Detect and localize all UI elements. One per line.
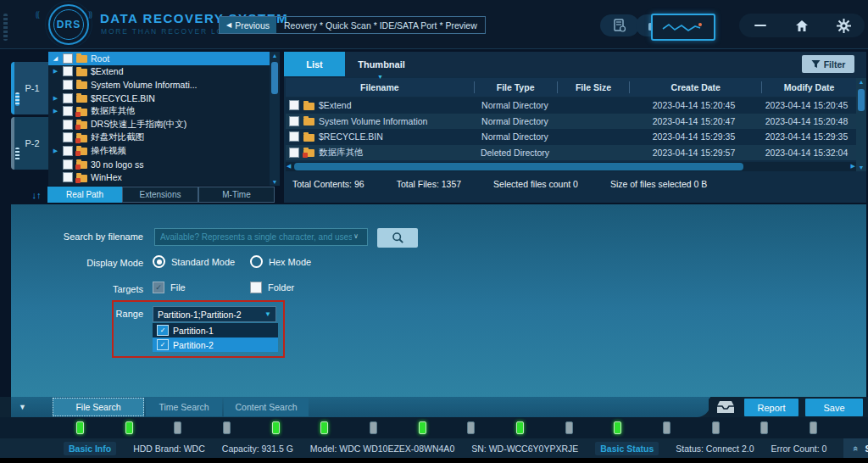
horizontal-scrollbar[interactable]: ◀ ▶ [286, 162, 856, 171]
basic-status-label[interactable]: Basic Status [595, 442, 659, 455]
tab-list[interactable]: List [284, 52, 345, 76]
vertical-scrollbar[interactable]: ▲ ▼ [856, 78, 866, 171]
column-file-type[interactable]: File Type [475, 81, 558, 93]
scroll-down-icon[interactable]: ▼ [856, 165, 866, 170]
sort-icon[interactable]: ↓↑ [25, 190, 47, 200]
filename-search-input[interactable] [154, 228, 368, 246]
tree-item[interactable]: ▶ $RECYCLE.BIN [48, 92, 280, 105]
checkbox-checked-icon[interactable]: ✓ [157, 325, 169, 336]
checkbox-checked-icon[interactable]: ✓ [157, 339, 169, 350]
tree-checkbox[interactable] [63, 120, 73, 130]
row-checkbox[interactable] [289, 131, 299, 142]
tree-checkbox[interactable] [63, 172, 73, 182]
folder-icon [76, 95, 87, 103]
scroll-left-icon[interactable]: ◀ [287, 163, 291, 170]
tab-m-time[interactable]: M-Time [198, 187, 275, 203]
table-row[interactable]: $Extend Normal Directory 2023-04-14 15:2… [286, 98, 856, 114]
tree-item[interactable]: DRS快速上手指南(中文) [48, 118, 280, 131]
tab-thumbnail[interactable]: Thumbnail [345, 52, 418, 76]
table-row[interactable]: 数据库其他 Deleted Directory 2023-04-14 15:29… [286, 145, 856, 161]
tree-checkbox[interactable] [63, 146, 73, 156]
partition-tab-p1[interactable]: P-1 [11, 62, 50, 114]
radio-standard-mode[interactable]: Standard Mode [153, 255, 235, 268]
home-button[interactable] [789, 15, 815, 36]
previous-button[interactable]: ◀ Previous [220, 17, 276, 33]
checkbox-folder[interactable]: Folder [250, 282, 294, 293]
column-filename[interactable]: Filename [286, 81, 475, 93]
tree-scrollbar-thumb[interactable] [271, 62, 278, 94]
tree-item[interactable]: ▶ 操作视频 [48, 144, 280, 158]
cell-file-type: Normal Directory [474, 116, 556, 126]
data-recovery-system-window: ⟮⟮ DRS ⟯⟯ DATA RECOVERY SYSTEM MORE THAN… [0, 0, 868, 463]
tree-item-root[interactable]: ◢ Root [48, 52, 280, 65]
tree-checkbox[interactable] [63, 53, 73, 64]
scroll-up-icon[interactable]: ▲ [856, 79, 866, 85]
tab-extensions[interactable]: Extensions [122, 187, 198, 203]
radio-unselected-icon[interactable] [250, 255, 263, 268]
scroll-up-icon[interactable]: ▲ [270, 53, 280, 59]
checkbox-empty-icon[interactable] [250, 282, 262, 293]
export-inbox-button[interactable] [709, 398, 743, 417]
tree-checkbox[interactable] [63, 106, 73, 116]
checkbox-file[interactable]: ✓ File [153, 282, 186, 293]
scroll-down-icon[interactable]: ▼ [270, 179, 280, 185]
tree-item[interactable]: 好盘对比截图 [48, 131, 280, 145]
collapse-arrow-icon[interactable]: ▶ [52, 68, 59, 75]
scroll-right-icon[interactable]: ▶ [851, 163, 855, 170]
report-log-button[interactable] [600, 14, 639, 36]
cell-filename: 数据库其他 [319, 147, 364, 159]
horizontal-scrollbar-thumb[interactable] [294, 163, 743, 170]
settings-button[interactable] [831, 15, 856, 36]
indicator-led [663, 421, 670, 434]
collapse-arrow-icon[interactable]: ▶ [52, 148, 59, 154]
diagnostics-waveform-button[interactable] [651, 14, 715, 41]
radio-selected-icon[interactable] [153, 255, 165, 268]
tree-checkbox[interactable] [63, 159, 73, 170]
tree-checkbox[interactable] [63, 66, 73, 76]
range-option-partition-1[interactable]: ✓ Partition-1 [153, 323, 278, 337]
tree-item[interactable]: WinHex [48, 170, 280, 184]
save-button[interactable]: Save [805, 399, 863, 416]
range-dropdown[interactable]: Partition-1;Partition-2 ▼ [153, 306, 276, 322]
report-button[interactable]: Report [744, 399, 798, 416]
tab-time-search[interactable]: Time Search [146, 398, 222, 416]
input-history-chevron-icon[interactable]: ∨ [353, 232, 359, 240]
row-checkbox[interactable] [289, 116, 299, 126]
tree-checkbox[interactable] [63, 93, 73, 103]
row-checkbox[interactable] [289, 148, 299, 158]
search-button[interactable] [377, 228, 418, 248]
basic-info-label[interactable]: Basic Info [64, 442, 116, 455]
tab-real-path[interactable]: Real Path [47, 187, 122, 203]
tree-item-label: 操作视频 [91, 145, 126, 157]
minimize-button[interactable] [748, 15, 773, 36]
vertical-scrollbar-thumb[interactable] [858, 89, 865, 111]
filter-button[interactable]: Filter [802, 55, 854, 73]
collapse-panel-icon[interactable]: ▼ [19, 403, 26, 411]
radio-hex-mode[interactable]: Hex Mode [250, 255, 311, 268]
collapse-arrow-icon[interactable]: ▶ [52, 95, 59, 102]
tree-checkbox[interactable] [63, 132, 73, 142]
tab-file-search[interactable]: File Search [53, 398, 144, 416]
collapse-arrow-icon[interactable]: ▶ [52, 108, 59, 114]
tree-item-label: WinHex [91, 172, 122, 182]
column-file-size[interactable]: File Size [558, 81, 631, 93]
range-option-partition-2[interactable]: ✓ Partition-2 [153, 337, 278, 352]
tree-item[interactable]: 30 no logo ss [48, 158, 280, 171]
table-row[interactable]: $RECYCLE.BIN Normal Directory 2023-04-14… [286, 129, 856, 145]
show-indicators-label: Show Indicators [865, 443, 868, 454]
column-modify-date[interactable]: Modify Date [762, 81, 856, 93]
table-row[interactable]: System Volume Information Normal Directo… [286, 114, 856, 130]
column-create-date[interactable]: Create Date [630, 81, 762, 93]
tree-checkbox[interactable] [63, 80, 73, 90]
tree-scrollbar[interactable]: ▲ ▼ [270, 52, 280, 186]
tab-content-search[interactable]: Content Search [224, 398, 309, 416]
row-checkbox[interactable] [289, 100, 299, 110]
expand-arrow-icon[interactable]: ◢ [52, 55, 59, 62]
tree-item[interactable]: ▶ $Extend [48, 65, 280, 79]
show-indicators-button[interactable]: « Show Indicators [843, 438, 868, 458]
tree-item[interactable]: ▶ 数据库其他 [48, 104, 280, 118]
tree-item-label: DRS快速上手指南(中文) [91, 119, 186, 131]
indicator-led [614, 421, 621, 434]
partition-tab-p2[interactable]: P-2 [11, 117, 50, 170]
tree-item[interactable]: System Volume Informati... [48, 78, 280, 92]
